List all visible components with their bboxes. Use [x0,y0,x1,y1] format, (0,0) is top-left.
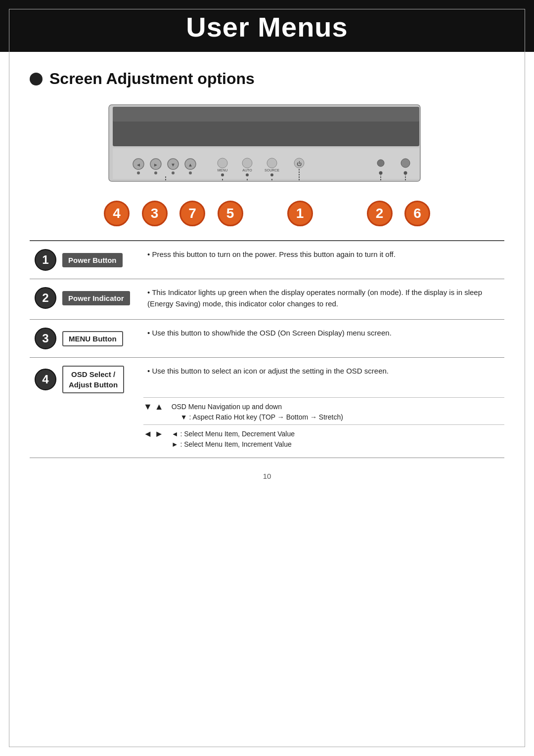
desc-badge-2: 2 [35,287,56,309]
section-dot-icon [30,73,43,85]
svg-point-21 [246,173,249,176]
desc-text-4-main: • Use this button to select an icon or a… [147,366,504,379]
svg-point-22 [267,158,277,168]
desc-badge-3: 3 [35,328,56,349]
desc-badge-col-2: 2 Power Indicator [30,287,138,309]
svg-point-29 [401,159,410,168]
svg-point-18 [221,173,224,176]
header-banner: User Menus [0,0,534,52]
sub-row-updown: ▼ ▲ OSD Menu Navigation up and down ▼ : … [143,397,504,422]
diagram-numbers-row: 4 3 7 5 1 2 [94,201,440,226]
power-indicator-label: Power Indicator [62,291,130,305]
section-title: Screen Adjustment options [30,70,504,88]
badge-1: 1 [287,201,313,226]
desc-badge-col-4: 4 OSD Select /Adjust Button [30,366,138,393]
page-title: User Menus [0,11,534,43]
power-button-label: Power Button [62,253,123,267]
svg-text:►: ► [153,162,158,168]
svg-text:SOURCE: SOURCE [265,168,279,172]
description-table: 1 Power Button • Press this button to tu… [30,240,504,458]
updown-desc: OSD Menu Navigation up and down ▼ : Aspe… [172,402,343,422]
updown-arrows: ▼ ▲ [143,402,164,413]
svg-text:▼: ▼ [171,162,176,168]
desc-badge-4: 4 [35,369,56,390]
svg-point-16 [218,158,227,168]
svg-text:AUTO: AUTO [242,168,252,172]
osd-select-label: OSD Select /Adjust Button [62,366,124,393]
svg-text:▲: ▲ [188,162,193,168]
badge-4: 4 [104,201,130,226]
leftright-desc: ◄ : Select Menu Item, Decrement Value ► … [172,429,295,450]
desc-row-3: 3 MENU Button • Use this button to show/… [30,320,504,358]
diagram-num-3: 3 [142,201,168,226]
svg-point-24 [270,173,273,176]
monitor-svg: ◄ ► ▼ ▲ MENU AUTO SO [94,100,440,199]
svg-point-27 [377,160,384,167]
diagram-num-2: 2 [367,201,393,226]
diagram-num-6: 6 [404,201,430,226]
diagram-num-7: 7 [179,201,205,226]
desc-badge-col-3: 3 MENU Button [30,328,138,349]
sub-row-leftright: ◄ ► ◄ : Select Menu Item, Decrement Valu… [143,424,504,450]
desc-text-2: • This Indicator lights up green when th… [147,287,504,311]
desc-row-1: 1 Power Button • Press this button to tu… [30,241,504,279]
power-indicator-desc: • This Indicator lights up green when th… [147,287,499,309]
svg-point-19 [242,158,252,168]
osd-select-desc: • Use this button to select an icon or a… [147,366,499,377]
badge-6: 6 [404,201,430,226]
diagram-num-1: 1 [287,201,313,226]
menu-button-label: MENU Button [62,331,123,346]
desc-text-1: • Press this button to turn on the power… [147,249,504,262]
power-button-desc: • Press this button to turn on the power… [147,249,499,260]
badge-3: 3 [142,201,168,226]
desc-row-2: 2 Power Indicator • This Indicator light… [30,279,504,320]
badge-5: 5 [218,201,243,226]
svg-rect-2 [113,107,419,122]
diagram-num-5: 5 [218,201,243,226]
monitor-illustration: ◄ ► ▼ ▲ MENU AUTO SO [30,100,504,226]
svg-text:◄: ◄ [136,162,141,168]
badge-7: 7 [179,201,205,226]
desc-badge-col-1: 1 Power Button [30,249,138,271]
svg-point-13 [154,171,157,174]
svg-point-30 [404,171,407,175]
svg-point-28 [379,171,383,175]
page-number: 10 [0,472,534,480]
desc-row-4-main: 4 OSD Select /Adjust Button • Use this b… [30,366,504,393]
desc-text-3: • Use this button to show/hide the OSD (… [147,328,504,341]
svg-point-15 [189,171,192,174]
svg-text:⏻: ⏻ [297,161,302,167]
svg-text:MENU: MENU [218,168,228,172]
desc-badge-1: 1 [35,249,56,271]
menu-button-desc: • Use this button to show/hide the OSD (… [147,328,499,339]
leftright-arrows: ◄ ► [143,429,164,440]
aspect-ratio-desc: ▼ : Aspect Ratio Hot key (TOP → Bottom →… [180,413,343,421]
badge-2: 2 [367,201,393,226]
svg-point-14 [172,171,175,174]
diagram-num-4: 4 [104,201,130,226]
section-heading: Screen Adjustment options [49,70,255,88]
desc-row-4: 4 OSD Select /Adjust Button • Use this b… [30,358,504,458]
svg-point-12 [137,171,140,174]
